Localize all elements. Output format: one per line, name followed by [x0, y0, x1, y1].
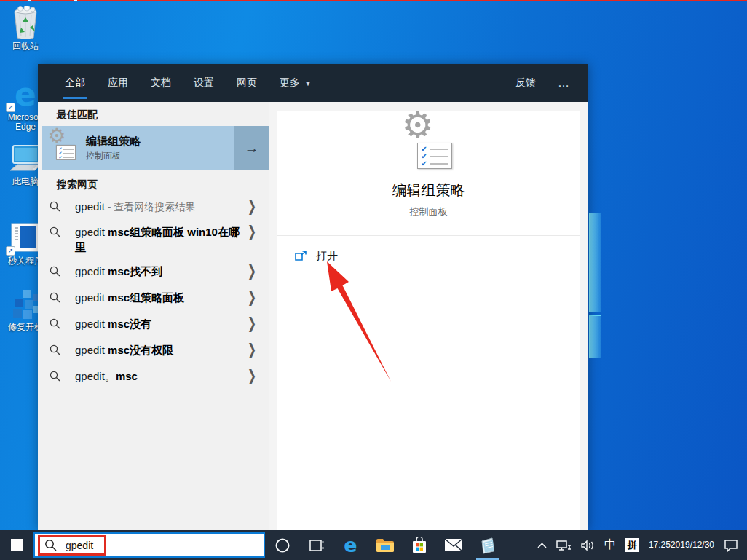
desktop-icon-recycle-bin[interactable]: 回收站 [1, 6, 50, 51]
notepad-icon [479, 537, 497, 554]
divider [277, 235, 580, 236]
ime-mode-indicator[interactable]: 拼 [625, 538, 639, 552]
wallpaper-light-beam [589, 315, 601, 358]
clock-time: 17:25 [649, 540, 671, 551]
annotation-red-line-gap [74, 0, 77, 1]
tab-settings[interactable]: 设置 [186, 64, 222, 102]
chevron-right-icon: ❯ [248, 316, 256, 331]
checklist-icon: ✔ ✔ ✔ [56, 145, 76, 159]
preview-subtitle: 控制面板 [277, 205, 580, 218]
group-policy-icon: ⚙ ✔ ✔ ✔ [50, 135, 76, 161]
task-view-button[interactable] [299, 530, 333, 560]
right-arrow-icon: → [245, 140, 259, 157]
search-icon [50, 371, 60, 382]
taskbar-search-input[interactable]: gpedit [33, 532, 265, 558]
feedback-button[interactable]: 反馈 [515, 76, 536, 90]
best-match-header: 最佳匹配 [57, 109, 98, 122]
shortcut-arrow-icon: ➚ [6, 246, 15, 256]
best-match-subtitle: 控制面板 [86, 150, 141, 162]
cortana-button[interactable] [265, 530, 299, 560]
task-view-icon [309, 538, 325, 553]
preview-pane: ⚙ ✔ ✔ ✔ 编辑组策略 控制面板 [269, 102, 588, 530]
notepad-active-app-button[interactable] [470, 530, 505, 560]
chevron-right-icon: ❯ [248, 199, 256, 213]
options-ellipsis-button[interactable]: … [558, 76, 571, 90]
search-icon [50, 292, 60, 303]
expand-result-arrow-button[interactable]: → [234, 126, 269, 170]
edge-taskbar-button[interactable]: e [333, 530, 368, 560]
clock-date: 2019/12/30 [671, 540, 714, 551]
store-bag-icon [411, 537, 428, 554]
open-action[interactable]: 打开 [295, 249, 338, 263]
microsoft-store-button[interactable] [402, 530, 436, 560]
taskbar: gpedit e [0, 530, 747, 560]
search-results-list: 最佳匹配 ⚙ ✔ ✔ ✔ 编辑组策略 控制面板 [38, 102, 269, 530]
mail-button[interactable] [436, 530, 470, 560]
chevron-right-icon: ❯ [248, 368, 256, 383]
annotation-red-line-gap [28, 0, 31, 1]
annotation-red-line [0, 0, 747, 1]
tab-apps[interactable]: 应用 [100, 64, 136, 102]
tray-expand-chevron[interactable] [537, 543, 547, 548]
ime-language-indicator[interactable]: 中 [604, 537, 616, 553]
network-icon[interactable] [556, 539, 572, 551]
search-suggestion[interactable]: gpedit msc没有 ❯ [38, 316, 269, 331]
search-suggestion[interactable]: gpedit msc没有权限 ❯ [38, 342, 269, 358]
best-match-title: 编辑组策略 [86, 134, 141, 148]
chevron-right-icon: ❯ [248, 264, 256, 278]
edge-icon: e [344, 534, 357, 556]
tab-web[interactable]: 网页 [229, 64, 265, 102]
search-suggestion[interactable]: gpedit msc组策略面板 ❯ [38, 290, 269, 305]
start-button[interactable] [0, 530, 33, 560]
cortana-circle-icon [274, 537, 290, 553]
mail-envelope-icon [444, 538, 463, 552]
search-suggestion[interactable]: gpedit - 查看网络搜索结果 ❯ [38, 199, 269, 215]
checklist-icon: ✔ ✔ ✔ [417, 143, 451, 169]
recycle-bin-icon [1, 6, 50, 39]
search-icon [50, 266, 60, 277]
open-external-icon [295, 251, 307, 261]
windows-logo-icon [11, 539, 23, 551]
chevron-right-icon: ❯ [248, 342, 256, 357]
tab-documents[interactable]: 文档 [143, 64, 179, 102]
volume-icon[interactable] [581, 540, 595, 551]
chevron-right-icon: ❯ [248, 290, 256, 304]
tab-all[interactable]: 全部 [57, 64, 93, 102]
best-match-result-gpedit[interactable]: ⚙ ✔ ✔ ✔ 编辑组策略 控制面板 → [42, 126, 269, 170]
annotation-red-box [38, 535, 106, 556]
clock[interactable]: 17:25 2019/12/30 [649, 540, 714, 551]
web-search-header: 搜索网页 [57, 178, 98, 192]
search-suggestion[interactable]: gpedit msc找不到 ❯ [38, 264, 269, 279]
search-flyout-panel: 全部 应用 文档 设置 网页 更多 ▼ 反馈 … 最佳匹配 ⚙ ✔ ✔ [38, 64, 588, 530]
search-icon [50, 318, 60, 329]
search-suggestion[interactable]: gpedit msc组策略面板 win10在哪里 ❯ [38, 224, 269, 256]
preview-title: 编辑组策略 [277, 181, 580, 200]
search-icon [50, 201, 60, 212]
group-policy-icon-large: ⚙ ✔ ✔ ✔ [406, 124, 452, 170]
search-icon [50, 344, 60, 355]
open-action-label: 打开 [316, 249, 338, 263]
gear-icon: ⚙ [47, 124, 66, 148]
search-suggestion[interactable]: gpedit。msc ❯ [38, 368, 269, 384]
action-center-icon[interactable] [724, 539, 738, 552]
search-icon [50, 226, 60, 237]
desktop-icon-label: 回收站 [1, 42, 50, 51]
chevron-right-icon: ❯ [248, 224, 256, 239]
wallpaper-light-beam [589, 213, 601, 312]
chevron-down-icon: ▼ [304, 79, 312, 87]
folder-icon [376, 537, 395, 553]
gear-icon: ⚙ [402, 104, 434, 146]
tab-more[interactable]: 更多 ▼ [272, 64, 320, 102]
search-tabs-bar: 全部 应用 文档 设置 网页 更多 ▼ 反馈 … [38, 64, 588, 102]
shortcut-arrow-icon: ➚ [6, 103, 15, 112]
file-explorer-button[interactable] [368, 530, 402, 560]
